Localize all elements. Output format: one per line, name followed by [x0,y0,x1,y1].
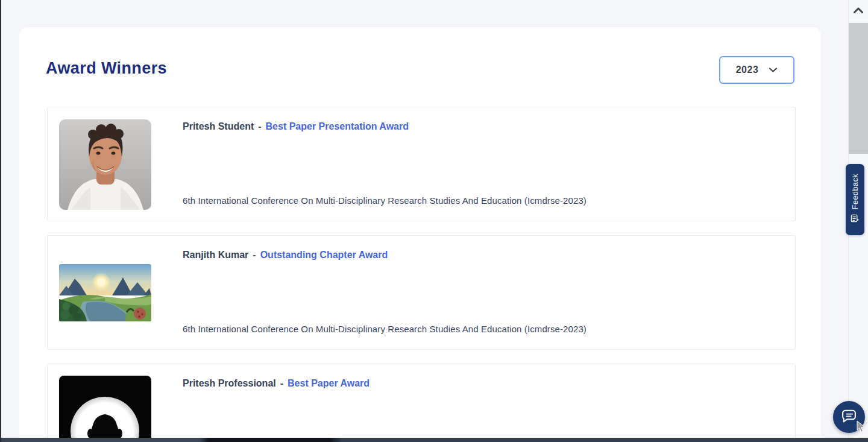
winner-photo-landscape [59,264,151,321]
winner-name: Pritesh Student [183,121,254,131]
feedback-tab[interactable]: Feedback [846,164,864,235]
winner-photo-column [59,364,151,442]
scrollbar-thumb[interactable] [849,23,868,154]
feedback-tab-label: Feedback [851,174,860,210]
winner-title: Pritesh Professional-Best Paper Award [183,378,783,389]
award-link[interactable]: Outstanding Chapter Award [260,250,388,260]
chevron-up-icon [853,5,864,16]
winner-photo-portrait [59,119,151,210]
feedback-form-icon [851,214,860,226]
bottom-taskbar-edge [0,438,868,442]
chevron-down-icon [769,67,778,73]
winner-name: Ranjith Kumar [183,250,248,260]
winner-card: Pritesh Student-Best Paper Presentation … [47,107,796,221]
chat-bubble-icon [841,408,857,426]
winner-separator: - [253,250,256,260]
winner-separator: - [258,121,261,131]
winner-card: Ranjith Kumar-Outstanding Chapter Award … [47,235,796,350]
page-header: Award Winners 2023 [19,27,821,107]
window-edge [0,0,1,442]
scrollbar-up-button[interactable] [849,1,868,21]
winner-photo-column [59,236,151,349]
winner-text-column: Ranjith Kumar-Outstanding Chapter Award … [183,236,795,349]
content-panel: Award Winners 2023 [19,27,821,442]
conference-text: 6th International Conference On Multi-Di… [183,195,783,206]
winner-name: Pritesh Professional [183,378,276,388]
conference-text: 6th International Conference On Multi-Di… [183,324,783,334]
browser-viewport: Award Winners 2023 [0,0,868,442]
award-link[interactable]: Best Paper Award [288,378,370,388]
winner-title: Ranjith Kumar-Outstanding Chapter Award [183,250,783,260]
mouse-cursor [855,420,866,435]
winner-title: Pritesh Student-Best Paper Presentation … [183,121,783,132]
year-dropdown-value: 2023 [736,65,759,75]
winner-separator: - [280,378,283,388]
winner-photo-silhouette [59,376,151,442]
page-title: Award Winners [46,59,167,78]
winner-text-column: Pritesh Professional-Best Paper Award [183,364,795,442]
winner-photo-column [59,107,151,221]
winner-text-column: Pritesh Student-Best Paper Presentation … [183,107,795,221]
winner-card: Pritesh Professional-Best Paper Award [47,364,796,442]
award-winners-list: Pritesh Student-Best Paper Presentation … [47,107,796,442]
award-link[interactable]: Best Paper Presentation Award [266,121,409,131]
year-dropdown[interactable]: 2023 [719,56,794,84]
